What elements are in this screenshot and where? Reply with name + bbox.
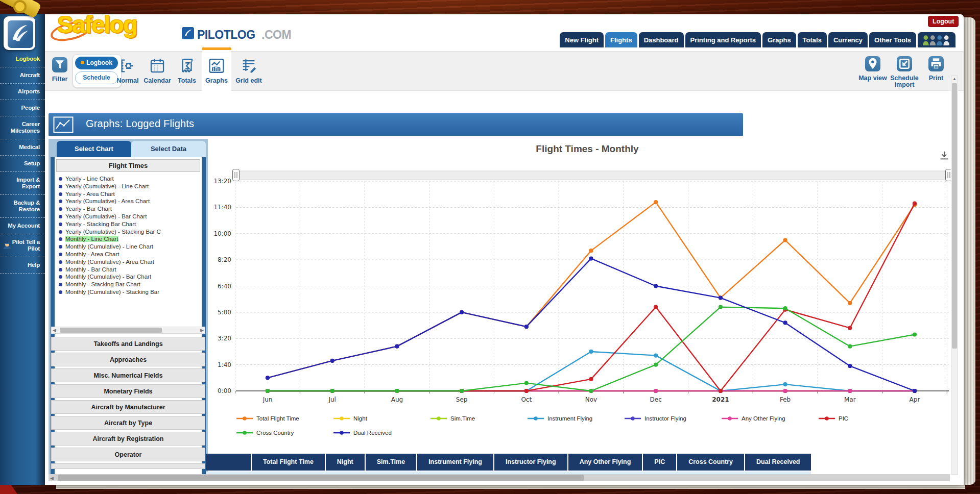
sidebar-item-my-account[interactable]: My Account [0,218,45,234]
nav-tab-flights[interactable]: Flights [605,32,637,47]
table-corner-cell[interactable] [206,454,251,471]
nav-tab-printing-and-reports[interactable]: Printing and Reports [685,32,761,47]
table-header-cell[interactable]: Dual Received [745,454,811,471]
scroll-left-icon[interactable]: ◀ [50,475,54,481]
accordion-aircraft-by-type[interactable]: Aircraft by Type [51,416,205,430]
scroll-up-icon[interactable]: ▲ [952,77,957,81]
chart-type-item[interactable]: Monthly - Stacking Bar Chart [58,281,202,288]
logout-button[interactable]: Logout [928,16,959,27]
sidebar-item-help[interactable]: Help [0,257,45,274]
sidebar-item-medical[interactable]: Medical [0,139,45,156]
legend-item-pic[interactable]: PIC [818,415,915,422]
scrollbar-thumb[interactable] [60,328,162,333]
nav-tab-totals[interactable]: Totals [798,32,827,47]
nav-tab-currency[interactable]: Currency [828,32,868,47]
legend-item-instrument-flying[interactable]: Instrument Flying [527,415,624,422]
nav-tab-other-tools[interactable]: Other Tools [869,32,916,47]
nav-tab-dashboard[interactable]: Dashboard [639,32,684,47]
view-button-totals[interactable]: Totals [172,51,202,91]
table-header-cell[interactable]: Instructor Flying [494,454,567,471]
nav-tab-graphs[interactable]: Graphs [762,32,796,47]
table-header-cell[interactable]: PIC [643,454,676,471]
accordion-monetary-fields[interactable]: Monetary Fields [51,384,205,398]
accordion-misc-numerical-fields[interactable]: Misc. Numerical Fields [51,368,205,382]
chart-type-item[interactable]: Yearly (Cumulative) - Area Chart [58,197,202,205]
chart-type-item[interactable]: Yearly (Cumulative) - Stacking Bar C [58,228,202,236]
schedule-toggle-button[interactable]: Schedule [75,71,118,84]
chart-type-item[interactable]: Yearly - Bar Chart [58,205,202,213]
chart-type-item[interactable]: Monthly (Cumulative) - Bar Chart [58,273,202,281]
download-icon[interactable] [939,150,950,161]
table-header-cell[interactable]: Instrument Flying [417,454,493,471]
accordion-partial[interactable] [51,463,205,469]
sidebar-item-career-milestones[interactable]: Career Milestones [0,116,45,139]
filter-button[interactable]: Filter [51,57,68,83]
chart-type-item[interactable]: Yearly (Cumulative) - Line Chart [58,183,202,190]
table-header-cell[interactable]: Night [326,454,365,471]
view-button-grid-edit[interactable]: Grid edit [231,51,266,91]
table-header-cell[interactable]: Total Flight Time [252,454,325,471]
pilot-group-tab[interactable] [918,32,955,47]
logbook-toggle-button[interactable]: Logbook [75,57,118,69]
chart-type-item[interactable]: Yearly (Cumulative) - Bar Chart [58,213,202,220]
chart-type-item[interactable]: Monthly - Line Chart [58,235,202,243]
accordion-approaches[interactable]: Approaches [51,353,205,366]
sidebar-item-backup-restore[interactable]: Backup & Restore [0,195,45,218]
legend-item-dual-received[interactable]: Dual Received [333,430,430,436]
view-button-graphs[interactable]: Graphs [202,47,231,91]
chart-type-item[interactable]: Monthly (Cumulative) - Area Chart [58,258,202,266]
tab-select-data[interactable]: Select Data [131,141,206,157]
sidebar-item-setup[interactable]: Setup [0,156,45,172]
scroll-right-icon[interactable]: ▶ [200,327,204,333]
view-button-normal[interactable]: Normal [113,51,142,91]
sidebar-item-import-export[interactable]: Import & Export [0,172,45,195]
chart-type-item[interactable]: Yearly - Area Chart [58,190,202,198]
legend-item-any-other-flying[interactable]: Any Other Flying [721,415,818,422]
chart-type-item[interactable]: Monthly (Cumulative) - Stacking Bar [58,288,202,296]
range-slider-track[interactable] [236,171,949,180]
vertical-scrollbar[interactable]: ▲ [951,76,958,475]
range-slider-handle-left[interactable] [233,169,240,181]
chart-type-item[interactable]: Monthly (Cumulative) - Line Chart [58,243,202,251]
scrollbar-thumb[interactable] [952,83,957,349]
chart-type-label: Yearly (Cumulative) - Line Chart [65,183,149,189]
sidebar-item-people[interactable]: People [0,100,45,116]
x-axis-tick-label: Feb [780,396,791,403]
sidebar-item-pilot-tell-a-pilot[interactable]: Pilot Tell a Pilot [0,234,45,257]
legend-item-total-flight-time[interactable]: Total Flight Time [236,415,333,422]
view-button-label: Graphs [202,77,231,84]
tab-select-chart[interactable]: Select Chart [57,141,131,157]
sidebar-item-aircraft[interactable]: Aircraft [0,67,45,84]
accordion-operator[interactable]: Operator [51,448,205,461]
sidebar-item-label: My Account [8,223,40,229]
scrollbar-thumb[interactable] [58,475,584,481]
map-view-button[interactable]: Map view [857,56,889,88]
print-button[interactable]: Print [920,56,952,88]
chart-type-item[interactable]: Monthly - Area Chart [58,251,202,258]
legend-item-sim-time[interactable]: Sim.Time [430,415,527,422]
chart-type-item[interactable]: Yearly - Stacking Bar Chart [58,220,202,228]
schedule-import-button[interactable]: Schedule import [889,56,920,88]
view-button-calendar[interactable]: Calendar [142,51,172,91]
legend-label: Cross Country [256,430,294,436]
accordion-takeoffs-and-landings[interactable]: Takeoffs and Landings [51,337,205,351]
sidebar-item-logbook[interactable]: Logbook [0,51,45,67]
table-header-cell[interactable]: Sim.Time [366,454,416,471]
accordion-aircraft-by-manufacturer[interactable]: Aircraft by Manufacturer [51,400,205,414]
horizontal-scrollbar[interactable]: ◀ [49,474,950,481]
chart-type-item[interactable]: Monthly - Bar Chart [58,266,202,274]
legend-item-cross-country[interactable]: Cross Country [236,430,333,436]
chart-legend: Total Flight TimeNightSim.TimeInstrument… [236,411,915,440]
legend-item-night[interactable]: Night [333,415,430,422]
accordion-aircraft-by-registration[interactable]: Aircraft by Registration [51,432,205,446]
flight-times-chart[interactable]: 0:001:403:205:006:408:2010:0011:4013:20J… [204,168,955,408]
sidebar-item-airports[interactable]: Airports [0,84,45,100]
table-header-cell[interactable]: Cross Country [677,454,744,471]
chart-type-item[interactable]: Yearly - Line Chart [58,175,202,183]
scroll-left-icon[interactable]: ◀ [53,327,56,333]
panel-horizontal-scrollbar[interactable]: ◀ ▶ [51,327,205,334]
chart-type-label: Yearly (Cumulative) - Area Chart [65,198,150,204]
table-header-cell[interactable]: Any Other Flying [568,454,642,471]
nav-tab-new-flight[interactable]: New Flight [560,32,604,47]
legend-item-instructor-flying[interactable]: Instructor Flying [624,415,721,422]
